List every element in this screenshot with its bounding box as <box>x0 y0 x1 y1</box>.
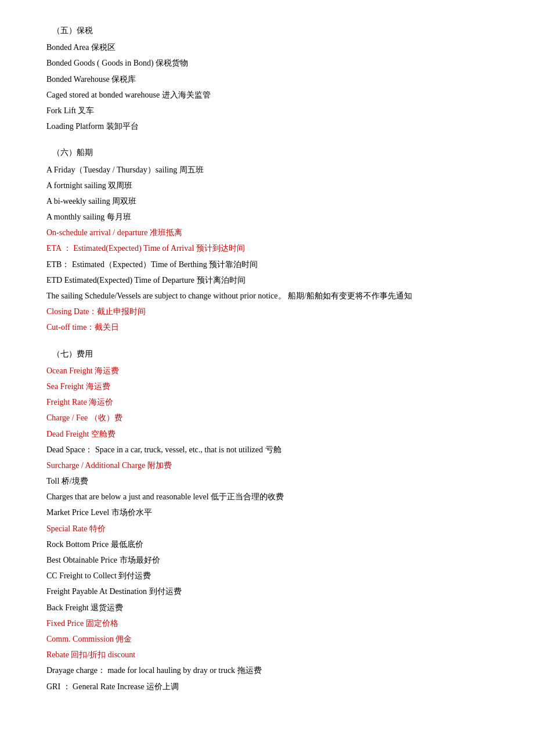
line-dead-freight: Dead Freight 空舱费 <box>46 427 488 441</box>
line-drayage: Drayage charge： made for local hauling b… <box>46 663 488 678</box>
line-rock-bottom: Rock Bottom Price 最低底价 <box>46 537 488 552</box>
line-sailing-schedule: The sailing Schedule/Vessels are subject… <box>46 289 488 303</box>
section-7-title: （七）费用 <box>52 347 488 361</box>
line-etd: ETD Estimated(Expected) Time of Departur… <box>46 273 488 287</box>
line-market-price: Market Price Level 市场价水平 <box>46 505 488 520</box>
line-charge-fee: Charge / Fee （收）费 <box>46 411 488 425</box>
line-caged-stored: Caged stored at bonded warehouse 进入海关监管 <box>46 88 488 102</box>
line-charges-below: Charges that are below a just and reason… <box>46 489 488 504</box>
line-toll: Toll 桥/境费 <box>46 474 488 488</box>
line-commission: Comm. Commission 佣金 <box>46 632 488 646</box>
line-fortnight-sailing: A fortnight sailing 双周班 <box>46 178 488 193</box>
line-bonded-goods: Bonded Goods ( Goods in Bond) 保税货物 <box>46 56 488 70</box>
line-sea-freight: Sea Freight 海运费 <box>46 379 488 394</box>
section-7: （七）费用 Ocean Freight 海运费 Sea Freight 海运费 … <box>46 347 488 694</box>
line-freight-rate: Freight Rate 海运价 <box>46 395 488 409</box>
line-closing-date: Closing Date：截止申报时间 <box>46 304 488 319</box>
line-bonded-warehouse: Bonded Warehouse 保税库 <box>46 72 488 87</box>
section-6-title: （六）船期 <box>52 145 488 160</box>
section-6: （六）船期 A Friday（Tuesday / Thursday）sailin… <box>46 145 488 334</box>
line-eta: ETA ： Estimated(Expected) Time of Arriva… <box>46 241 488 255</box>
line-fork-lift: Fork Lift 叉车 <box>46 103 488 118</box>
line-etb: ETB： Estimated（Expected）Time of Berthing… <box>46 257 488 272</box>
line-bonded-area: Bonded Area 保税区 <box>46 40 488 55</box>
line-best-obtainable: Best Obtainable Price 市场最好价 <box>46 553 488 567</box>
line-monthly-sailing: A monthly sailing 每月班 <box>46 210 488 224</box>
line-cc-freight: CC Freight to Collect 到付运费 <box>46 568 488 583</box>
line-on-schedule: On-schedule arrival / departure 准班抵离 <box>46 225 488 240</box>
line-fixed-price: Fixed Price 固定价格 <box>46 616 488 631</box>
line-friday-sailing: A Friday（Tuesday / Thursday）sailing 周五班 <box>46 163 488 177</box>
line-dead-space: Dead Space： Space in a car, truck, vesse… <box>46 442 488 457</box>
section-5: （五）保税 Bonded Area 保税区 Bonded Goods ( Goo… <box>46 23 488 134</box>
line-surcharge: Surcharge / Additional Charge 附加费 <box>46 458 488 473</box>
section-5-title: （五）保税 <box>52 23 488 38</box>
line-rebate: Rebate 回扣/折扣 discount <box>46 647 488 662</box>
line-ocean-freight: Ocean Freight 海运费 <box>46 363 488 378</box>
line-biweekly-sailing: A bi-weekly sailing 周双班 <box>46 194 488 208</box>
line-loading-platform: Loading Platform 装卸平台 <box>46 119 488 134</box>
line-gri: GRI ： General Rate Increase 运价上调 <box>46 679 488 694</box>
line-freight-payable: Freight Payable At Destination 到付运费 <box>46 584 488 599</box>
line-cutoff-time: Cut-off time：截关日 <box>46 320 488 334</box>
line-special-rate: Special Rate 特价 <box>46 521 488 536</box>
page-content: （五）保税 Bonded Area 保税区 Bonded Goods ( Goo… <box>46 23 488 694</box>
line-back-freight: Back Freight 退货运费 <box>46 600 488 615</box>
